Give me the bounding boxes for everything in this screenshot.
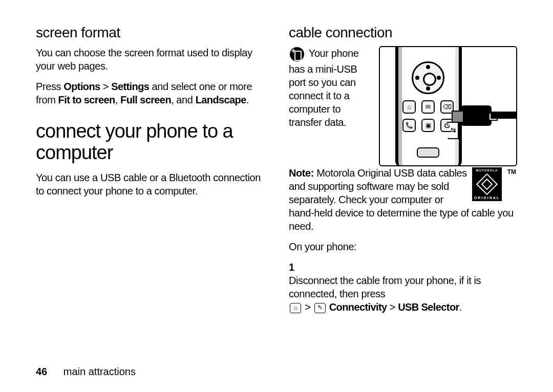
heading-screen-format: screen format	[36, 25, 264, 41]
page-footer: 46 main attractions	[36, 366, 136, 378]
para-press-options: Press Options > Settings and select one …	[36, 80, 264, 106]
heading-connect-computer: connect your phone to a computer	[36, 121, 264, 164]
home-key-icon: ⌂	[290, 303, 301, 313]
para-screen-format: You can choose the screen format used to…	[36, 46, 264, 73]
step-1: 1 Disconnect the cable from your phone, …	[289, 260, 517, 314]
page-number: 46	[36, 366, 47, 377]
right-column: cable connection Your phone has a mini-U…	[289, 25, 517, 314]
phone-plus-icon	[289, 46, 305, 62]
tools-key-icon: ✎	[314, 303, 326, 313]
section-title: main attractions	[63, 366, 136, 377]
para-connect-computer: You can use a USB cable or a Bluetooth c…	[36, 171, 264, 198]
left-column: screen format You can choose the screen …	[36, 25, 264, 314]
heading-cable-connection: cable connection	[289, 25, 517, 41]
para-on-your-phone: On your phone:	[289, 240, 517, 253]
para-cable-intro: Your phone has a mini-USB port so you ca…	[289, 46, 373, 129]
steps-list: 1 Disconnect the cable from your phone, …	[289, 260, 517, 314]
motorola-original-badge: MOTOROLA ORIGINAL	[472, 167, 502, 201]
phone-usb-illustration: ⌂✉⌫ 📞▣⏻	[379, 46, 517, 166]
